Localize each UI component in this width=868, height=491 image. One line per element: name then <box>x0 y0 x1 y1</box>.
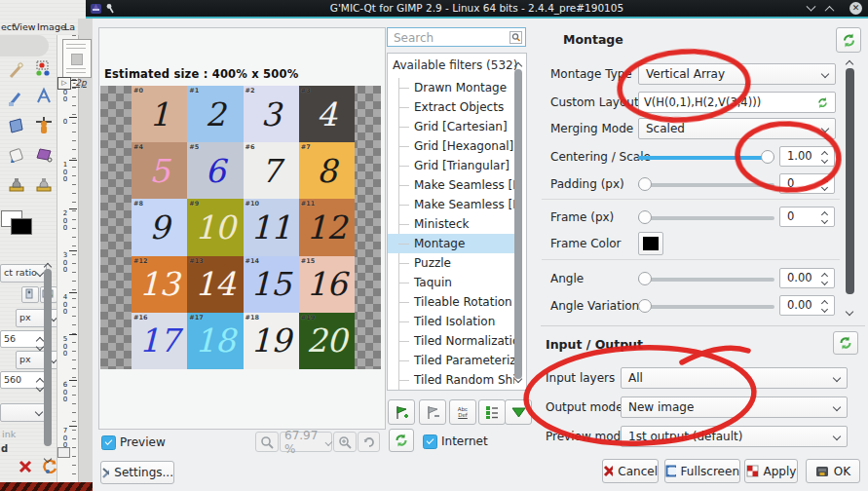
separator <box>542 199 840 200</box>
search-input[interactable] <box>392 29 508 47</box>
output-mode-dropdown[interactable]: New image <box>621 397 848 418</box>
measure-tool-icon[interactable] <box>33 86 55 107</box>
visibility-list-button[interactable] <box>478 399 506 425</box>
titlebar-accent-line <box>86 17 868 19</box>
filter-item[interactable]: Puzzle <box>388 253 514 273</box>
params-scroll-down-icon[interactable] <box>847 304 852 318</box>
scroll-down-icon[interactable] <box>45 451 51 465</box>
filter-item[interactable]: Drawn Montage <box>388 78 514 97</box>
dialog-titlebar[interactable]: G'MIC-Qt for GIMP 2.9 - Linux 64 bits - … <box>86 0 868 17</box>
unit-dropdown-2[interactable]: px <box>16 351 60 369</box>
portrait-orientation-button[interactable] <box>21 286 39 303</box>
filter-list-scrollbar[interactable] <box>514 69 522 379</box>
centering-scale-spinbox[interactable]: 1.00 <box>779 146 835 167</box>
cancel-button[interactable]: Cancel <box>602 459 659 483</box>
angle-slider[interactable] <box>638 272 774 286</box>
frame-spinbox[interactable]: 0 <box>779 207 835 227</box>
select-by-color-tool-icon[interactable] <box>33 58 55 80</box>
layer-visibility-icon[interactable]: ▷ <box>57 77 71 90</box>
montage-type-dropdown[interactable]: Vertical Array <box>638 63 836 85</box>
merging-mode-label: Merging Mode <box>550 118 633 139</box>
preview-refresh-button[interactable] <box>389 429 414 452</box>
zoom-reset-button[interactable] <box>358 432 380 452</box>
search-icon[interactable] <box>509 31 522 44</box>
gimp-menu-view[interactable]: View <box>14 21 36 32</box>
add-fave-button[interactable] <box>388 399 415 425</box>
frame-color-swatch[interactable] <box>638 232 663 255</box>
filter-item[interactable]: Grid [Hexagonal] <box>388 136 514 156</box>
width-spinner[interactable]: 56 <box>0 330 46 348</box>
filter-item[interactable]: Ministeck <box>388 214 514 234</box>
internet-checkbox[interactable] <box>423 434 437 449</box>
d-label: d <box>1 443 8 454</box>
filter-item[interactable]: Tileable Rotation <box>388 292 514 312</box>
shear-tool-icon[interactable] <box>33 144 55 166</box>
angle-variations-spinbox[interactable]: 0.00 <box>779 295 835 316</box>
zoom-level-combo[interactable]: 67.97 % <box>280 432 332 452</box>
bucket-fill-tool-icon[interactable] <box>6 144 27 166</box>
rename-fave-button[interactable]: AbcDef <box>449 399 476 425</box>
close-button[interactable]: ✕ <box>849 2 862 15</box>
settings-button[interactable]: Settings... <box>100 461 174 484</box>
filter-refresh-button[interactable] <box>836 27 861 53</box>
frame-slider[interactable] <box>638 210 774 225</box>
minimize-button[interactable] <box>808 6 814 10</box>
angle-spinbox[interactable]: 0.00 <box>779 268 835 288</box>
custom-layout-field[interactable]: V(H(0,1),H(2,V(3,4))) <box>638 92 836 113</box>
layout-refresh-icon[interactable] <box>816 96 829 109</box>
height-spinner[interactable]: 560 <box>0 371 46 389</box>
merging-mode-dropdown[interactable]: Scaled <box>638 118 836 139</box>
params-scrollbar[interactable] <box>846 68 854 294</box>
filter-item[interactable]: Extract Objects <box>388 97 514 117</box>
remove-fave-button[interactable] <box>419 399 446 425</box>
filter-item[interactable]: Tiled Normalization <box>388 331 514 351</box>
preview-mode-dropdown[interactable]: 1st output (default) <box>621 426 848 447</box>
reset-cross-icon[interactable] <box>18 459 33 474</box>
filter-item[interactable]: Taquin <box>388 273 514 292</box>
montage-tile-6: #56 <box>187 142 243 199</box>
tool-options-scrollbar[interactable] <box>44 269 52 446</box>
color-picker-tool-icon[interactable] <box>6 88 27 109</box>
zoom-out-button[interactable] <box>255 432 279 452</box>
apply-icon <box>746 465 759 477</box>
aspect-ratio-dropdown[interactable]: ct ratio <box>0 264 47 283</box>
apply-button[interactable]: Apply <box>744 459 798 483</box>
unit-dropdown-1[interactable]: px <box>16 309 60 327</box>
filter-item[interactable]: Grid [Triangular] <box>388 156 514 175</box>
filter-item[interactable]: Tiled Random Shifts <box>388 370 514 390</box>
scroll-up-icon[interactable] <box>45 259 51 273</box>
heal-tool-icon[interactable] <box>33 173 55 195</box>
maximize-button[interactable] <box>826 6 833 10</box>
filter-item[interactable]: Make Seamless [Patc <box>388 195 514 214</box>
angle-variations-slider[interactable] <box>638 299 774 314</box>
gimp-menu-image[interactable]: Image <box>37 21 66 32</box>
ruler-number: 0 <box>61 119 69 127</box>
tool-option-dropdown[interactable] <box>0 403 46 422</box>
io-refresh-button[interactable] <box>833 331 858 355</box>
perspective-tool-icon[interactable] <box>6 115 27 136</box>
list-scroll-down-icon[interactable] <box>515 371 521 385</box>
padding-slider[interactable] <box>638 177 774 192</box>
ok-button[interactable]: OK <box>806 459 860 483</box>
foreground-color-swatch[interactable] <box>11 218 32 235</box>
filter-list-header[interactable]: Available filters (532) <box>393 58 517 72</box>
expand-collapse-button[interactable] <box>505 399 532 425</box>
fullscreen-button[interactable]: Fullscreen <box>664 459 740 483</box>
ruler-major-tick <box>69 334 77 335</box>
wand-tool-icon[interactable] <box>6 60 27 82</box>
ruler-corner-button[interactable] <box>57 447 70 458</box>
zoom-in-button[interactable] <box>333 432 357 452</box>
filter-item[interactable]: Tiled Parameterizatio <box>388 351 514 370</box>
clone-tool-icon[interactable] <box>6 173 27 195</box>
rotate-tool-icon[interactable] <box>33 115 55 136</box>
filter-item[interactable]: Grid [Cartesian] <box>388 117 514 136</box>
montage-tile-2: #12 <box>187 86 243 142</box>
filter-item[interactable]: Tiled Isolation <box>388 312 514 331</box>
centering-scale-slider[interactable] <box>638 150 774 165</box>
filter-item[interactable]: Montage <box>388 234 514 253</box>
padding-spinbox[interactable]: 0 <box>779 173 835 194</box>
preview-checkbox[interactable] <box>101 435 116 450</box>
gimp-menu-layer[interactable]: La <box>64 21 75 32</box>
input-layers-dropdown[interactable]: All <box>621 367 848 389</box>
filter-item[interactable]: Make Seamless [Diffu <box>388 175 514 195</box>
